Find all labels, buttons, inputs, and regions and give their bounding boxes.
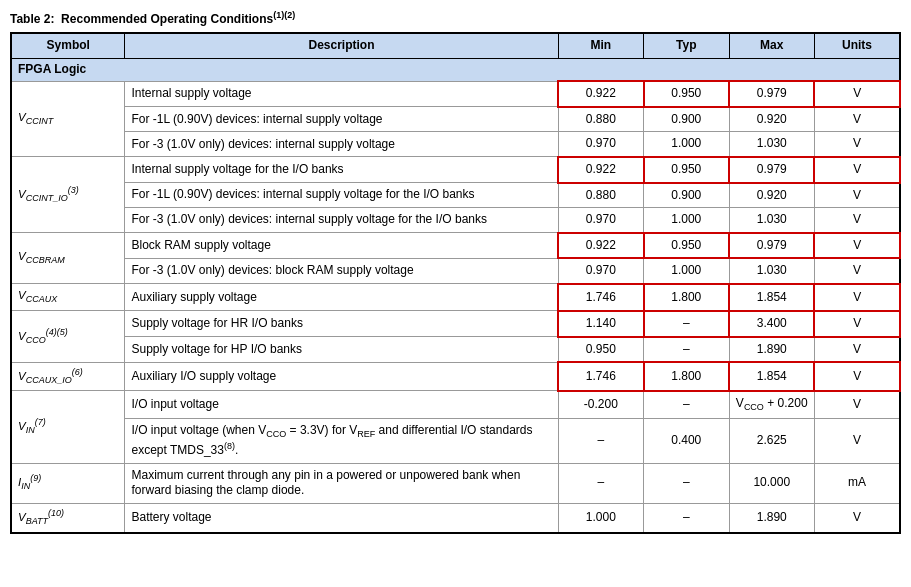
max-cell: 3.400	[729, 311, 814, 337]
typ-cell: 0.950	[644, 157, 729, 183]
table-row: VCCINT_IO(3)Internal supply voltage for …	[11, 157, 900, 183]
description-cell: Block RAM supply voltage	[125, 233, 558, 259]
header-symbol: Symbol	[11, 33, 125, 58]
max-cell: VCCO + 0.200	[729, 391, 814, 419]
min-cell: 1.746	[558, 284, 643, 311]
table-row: VBATT(10)Battery voltage1.000–1.890V	[11, 503, 900, 532]
table-row: For -3 (1.0V only) devices: internal sup…	[11, 208, 900, 233]
units-cell: V	[814, 258, 900, 284]
description-cell: Auxiliary I/O supply voltage	[125, 362, 558, 391]
description-cell: Auxiliary supply voltage	[125, 284, 558, 311]
min-cell: –	[558, 463, 643, 503]
units-cell: V	[814, 362, 900, 391]
table-row: Supply voltage for HP I/O banks0.950–1.8…	[11, 337, 900, 363]
symbol-cell: VCCAUX_IO(6)	[11, 362, 125, 391]
min-cell: 0.922	[558, 233, 643, 259]
min-cell: –	[558, 419, 643, 464]
table-row: For -3 (1.0V only) devices: internal sup…	[11, 132, 900, 157]
max-cell: 1.890	[729, 503, 814, 532]
header-units: Units	[814, 33, 900, 58]
units-cell: V	[814, 233, 900, 259]
description-cell: Supply voltage for HP I/O banks	[125, 337, 558, 363]
table-row: VCCO(4)(5)Supply voltage for HR I/O bank…	[11, 311, 900, 337]
max-cell: 0.979	[729, 233, 814, 259]
max-cell: 0.979	[729, 157, 814, 183]
typ-cell: 1.000	[644, 132, 729, 157]
table-row: VIN(7)I/O input voltage-0.200–VCCO + 0.2…	[11, 391, 900, 419]
max-cell: 1.030	[729, 208, 814, 233]
min-cell: 1.000	[558, 503, 643, 532]
typ-cell: –	[644, 391, 729, 419]
min-cell: 0.922	[558, 81, 643, 107]
min-cell: -0.200	[558, 391, 643, 419]
fpga-logic-label: FPGA Logic	[11, 58, 900, 81]
min-cell: 1.140	[558, 311, 643, 337]
units-cell: V	[814, 337, 900, 363]
typ-cell: 1.800	[644, 284, 729, 311]
header-typ: Typ	[644, 33, 729, 58]
max-cell: 1.854	[729, 284, 814, 311]
max-cell: 1.854	[729, 362, 814, 391]
symbol-cell: VBATT(10)	[11, 503, 125, 532]
units-cell: V	[814, 183, 900, 208]
table-row: VCCBRAMBlock RAM supply voltage0.9220.95…	[11, 233, 900, 259]
description-cell: For -1L (0.90V) devices: internal supply…	[125, 183, 558, 208]
units-cell: V	[814, 157, 900, 183]
description-cell: For -3 (1.0V only) devices: internal sup…	[125, 208, 558, 233]
units-cell: V	[814, 81, 900, 107]
units-cell: V	[814, 311, 900, 337]
fpga-logic-header: FPGA Logic	[11, 58, 900, 81]
typ-cell: –	[644, 311, 729, 337]
symbol-cell: IIN(9)	[11, 463, 125, 503]
description-cell: Supply voltage for HR I/O banks	[125, 311, 558, 337]
description-cell: Battery voltage	[125, 503, 558, 532]
max-cell: 0.920	[729, 107, 814, 132]
typ-cell: 0.950	[644, 233, 729, 259]
typ-cell: 1.800	[644, 362, 729, 391]
description-cell: Internal supply voltage	[125, 81, 558, 107]
symbol-cell: VCCAUX	[11, 284, 125, 311]
max-cell: 1.030	[729, 258, 814, 284]
typ-cell: 1.000	[644, 258, 729, 284]
typ-cell: –	[644, 463, 729, 503]
description-cell: For -3 (1.0V only) devices: internal sup…	[125, 132, 558, 157]
max-cell: 2.625	[729, 419, 814, 464]
table-row: VCCAUXAuxiliary supply voltage1.7461.800…	[11, 284, 900, 311]
description-cell: For -3 (1.0V only) devices: block RAM su…	[125, 258, 558, 284]
table-row: IIN(9)Maximum current through any pin in…	[11, 463, 900, 503]
typ-cell: 0.400	[644, 419, 729, 464]
min-cell: 0.922	[558, 157, 643, 183]
min-cell: 0.970	[558, 208, 643, 233]
symbol-cell: VCCINT_IO(3)	[11, 157, 125, 233]
symbol-cell: VCCINT	[11, 81, 125, 157]
max-cell: 0.920	[729, 183, 814, 208]
min-cell: 0.880	[558, 183, 643, 208]
table-row: I/O input voltage (when VCCO = 3.3V) for…	[11, 419, 900, 464]
description-cell: Internal supply voltage for the I/O bank…	[125, 157, 558, 183]
units-cell: V	[814, 284, 900, 311]
description-cell: Maximum current through any pin in a pow…	[125, 463, 558, 503]
description-cell: I/O input voltage (when VCCO = 3.3V) for…	[125, 419, 558, 464]
main-table: Symbol Description Min Typ Max Units FPG…	[10, 32, 901, 534]
description-cell: I/O input voltage	[125, 391, 558, 419]
min-cell: 0.970	[558, 258, 643, 284]
symbol-cell: VCCBRAM	[11, 233, 125, 284]
table-row: VCCINTInternal supply voltage0.9220.9500…	[11, 81, 900, 107]
symbol-cell: VCCO(4)(5)	[11, 311, 125, 362]
typ-cell: 0.950	[644, 81, 729, 107]
description-cell: For -1L (0.90V) devices: internal supply…	[125, 107, 558, 132]
typ-cell: –	[644, 503, 729, 532]
table-title: Table 2: Recommended Operating Condition…	[10, 10, 901, 26]
units-cell: V	[814, 208, 900, 233]
symbol-cell: VIN(7)	[11, 391, 125, 463]
units-cell: V	[814, 391, 900, 419]
min-cell: 0.880	[558, 107, 643, 132]
units-cell: V	[814, 107, 900, 132]
typ-cell: 0.900	[644, 183, 729, 208]
max-cell: 0.979	[729, 81, 814, 107]
min-cell: 1.746	[558, 362, 643, 391]
header-max: Max	[729, 33, 814, 58]
max-cell: 1.890	[729, 337, 814, 363]
units-cell: V	[814, 132, 900, 157]
units-cell: mA	[814, 463, 900, 503]
